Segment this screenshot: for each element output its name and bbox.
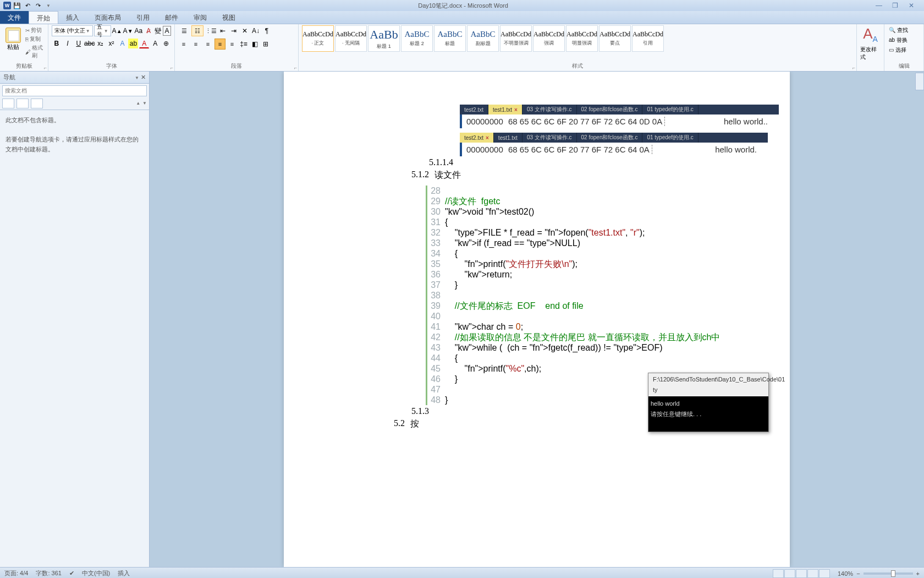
chevron-down-icon[interactable]: ▼ xyxy=(135,75,139,80)
cut-button[interactable]: ✂剪切 xyxy=(25,26,45,34)
char-shading-button[interactable]: A xyxy=(150,39,160,48)
text-effects-button[interactable]: A xyxy=(118,39,128,48)
style-item[interactable]: AaBbC副标题 xyxy=(467,25,499,52)
tab-review[interactable]: 审阅 xyxy=(186,11,215,24)
minimize-button[interactable]: — xyxy=(876,2,886,9)
nav-tab-headings[interactable] xyxy=(2,99,14,108)
align-center-button[interactable]: ≡ xyxy=(190,39,201,50)
multilevel-button[interactable]: ⋮☰ xyxy=(205,25,217,36)
bold-button[interactable]: B xyxy=(52,39,62,48)
status-lang[interactable]: 中文(中国) xyxy=(82,569,110,577)
replace-button[interactable]: ab 替换 xyxy=(889,36,919,44)
show-marks-button[interactable]: ¶ xyxy=(262,26,272,36)
styles-dialog-icon[interactable]: ⌐ xyxy=(853,65,855,70)
tab-page-layout[interactable]: 页面布局 xyxy=(87,11,129,24)
increase-indent-button[interactable]: ⇥ xyxy=(229,26,239,36)
status-mode[interactable]: 插入 xyxy=(118,569,130,577)
font-color-button[interactable]: A xyxy=(139,39,149,48)
change-case-button[interactable]: Aa xyxy=(134,26,144,36)
strikethrough-button[interactable]: abc xyxy=(85,39,95,48)
shrink-font-button[interactable]: A▼ xyxy=(123,26,133,36)
object-browse-widget[interactable] xyxy=(915,73,924,90)
style-item[interactable]: AaBb标题 1 xyxy=(368,25,400,52)
align-right-button[interactable]: ≡ xyxy=(202,39,213,50)
nav-tab-pages[interactable] xyxy=(16,99,29,108)
nav-tab-results[interactable] xyxy=(31,99,43,108)
style-item[interactable]: AaBbCcDd强调 xyxy=(533,25,565,52)
clipboard-dialog-icon[interactable]: ⌐ xyxy=(44,65,47,70)
find-button[interactable]: 🔍 查找 xyxy=(889,26,919,34)
redo-icon[interactable]: ↷ xyxy=(34,1,42,10)
tab-insert[interactable]: 插入 xyxy=(58,11,87,24)
save-icon[interactable]: 💾 xyxy=(13,1,21,10)
shading-button[interactable]: ◧ xyxy=(250,39,260,49)
copy-icon: ⎘ xyxy=(25,36,29,42)
underline-button[interactable]: U xyxy=(74,39,84,48)
align-distribute-button[interactable]: ≡ xyxy=(227,39,238,50)
styles-gallery[interactable]: AaBbCcDd· 正文AaBbCcDd· 无间隔AaBb标题 1AaBbC标题… xyxy=(302,25,853,52)
nav-close-icon[interactable]: ✕ xyxy=(141,74,146,80)
line-spacing-button[interactable]: ‡≡ xyxy=(239,39,249,49)
view-web-layout[interactable] xyxy=(796,569,807,578)
paragraph-dialog-icon[interactable]: ⌐ xyxy=(294,65,297,70)
style-item[interactable]: AaBbC标题 xyxy=(434,25,466,52)
style-item[interactable]: AaBbC标题 2 xyxy=(401,25,433,52)
tab-references[interactable]: 引用 xyxy=(129,11,157,24)
decrease-indent-button[interactable]: ⇤ xyxy=(218,26,228,36)
view-outline[interactable] xyxy=(807,569,818,578)
zoom-out-button[interactable]: − xyxy=(856,570,860,577)
font-size-combo[interactable]: 五号▼ xyxy=(94,25,111,36)
word-app-icon[interactable]: W xyxy=(3,2,11,9)
status-proof-icon[interactable]: ✔ xyxy=(69,570,74,577)
highlight-button[interactable]: ab xyxy=(128,39,138,48)
align-left-button[interactable]: ≡ xyxy=(178,39,189,50)
tab-view[interactable]: 视图 xyxy=(215,11,243,24)
view-full-screen[interactable] xyxy=(784,569,795,578)
clear-formatting-button[interactable]: A̷ xyxy=(144,26,152,36)
view-print-layout[interactable] xyxy=(773,569,784,578)
paste-button[interactable]: 粘贴 xyxy=(3,25,23,53)
copy-button[interactable]: ⎘复制 xyxy=(25,35,45,43)
zoom-in-button[interactable]: + xyxy=(916,570,920,577)
nav-up-icon[interactable]: ▲ xyxy=(136,101,140,106)
style-item[interactable]: AaBbCcDd不明显强调 xyxy=(500,25,532,52)
restore-button[interactable]: ❐ xyxy=(892,2,902,9)
style-item[interactable]: AaBbCcDd· 无间隔 xyxy=(335,25,367,52)
qat-dropdown-icon[interactable]: ▼ xyxy=(44,1,53,10)
sort-button[interactable]: A↓ xyxy=(251,26,261,36)
style-item[interactable]: AaBbCcDd· 正文 xyxy=(302,25,334,52)
nav-down-icon[interactable]: ▼ xyxy=(142,101,147,106)
change-styles-icon[interactable]: AA xyxy=(863,25,878,43)
select-button[interactable]: ▭ 选择 xyxy=(889,46,919,54)
numbering-button[interactable]: ☷ xyxy=(191,25,204,36)
style-item[interactable]: AaBbCcDd引用 xyxy=(632,25,664,52)
zoom-slider[interactable] xyxy=(864,572,913,575)
view-draft[interactable] xyxy=(819,569,830,578)
undo-icon[interactable]: ↶ xyxy=(23,1,32,10)
style-item[interactable]: AaBbCcDd要点 xyxy=(599,25,631,52)
font-dialog-icon[interactable]: ⌐ xyxy=(170,65,173,70)
subscript-button[interactable]: x₂ xyxy=(96,39,106,48)
enclose-char-button[interactable]: ⊕ xyxy=(161,39,171,48)
nav-search-input[interactable] xyxy=(2,85,147,96)
bullets-button[interactable]: ☰ xyxy=(178,25,190,36)
font-name-combo[interactable]: 宋体 (中文正▼ xyxy=(52,25,93,36)
style-item[interactable]: AaBbCcDd明显强调 xyxy=(566,25,598,52)
zoom-level[interactable]: 140% xyxy=(838,570,853,577)
grow-font-button[interactable]: A▲ xyxy=(112,26,122,36)
char-border-button[interactable]: A xyxy=(163,26,171,36)
tab-home[interactable]: 开始 xyxy=(29,11,58,24)
close-button[interactable]: ✕ xyxy=(909,2,919,9)
tab-file[interactable]: 文件 xyxy=(0,11,29,24)
status-page[interactable]: 页面: 4/4 xyxy=(4,569,28,577)
tab-mailings[interactable]: 邮件 xyxy=(157,11,186,24)
asian-layout-button[interactable]: ✕ xyxy=(240,26,250,36)
format-painter-button[interactable]: 🖌格式刷 xyxy=(25,44,45,59)
align-justify-button[interactable]: ≡ xyxy=(215,39,226,50)
status-words[interactable]: 字数: 361 xyxy=(36,569,61,577)
superscript-button[interactable]: x² xyxy=(107,39,117,48)
borders-button[interactable]: ⊞ xyxy=(261,39,271,49)
document-scroll[interactable]: test2.txttest1.txt ×03 文件读写操作.c02 fopen和… xyxy=(150,72,924,567)
phonetic-button[interactable]: 變 xyxy=(153,26,162,36)
italic-button[interactable]: I xyxy=(63,39,73,48)
